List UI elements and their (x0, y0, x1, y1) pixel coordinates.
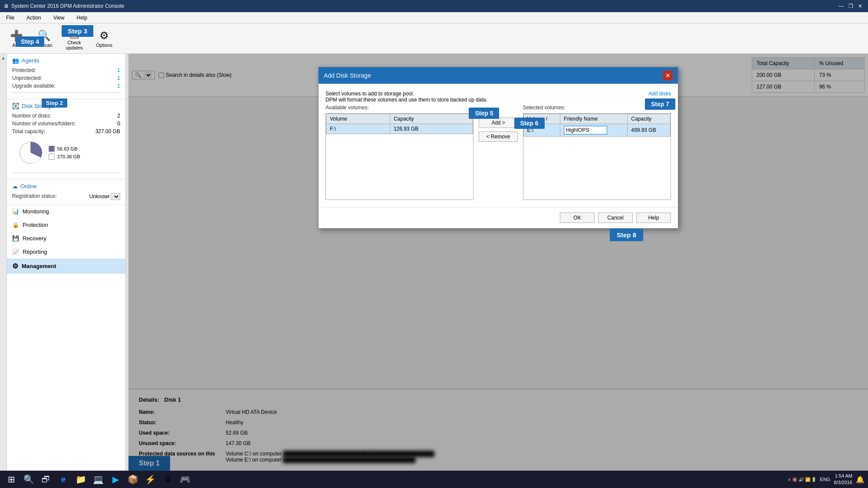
sidebar-item-monitoring[interactable]: 📊 Monitoring (7, 205, 125, 218)
task-view-button[interactable]: 🗗 (38, 472, 54, 487)
protected-value: 1 (117, 67, 120, 73)
unprotected-row: Unprotected: 1 (12, 74, 120, 82)
dialog-overlay: Add Disk Storage ✕ Select volumes to add… (128, 54, 868, 471)
legend-used-label: 56.63 GB (57, 146, 77, 151)
online-title[interactable]: ☁ Online (12, 183, 120, 190)
reporting-icon: 📈 (12, 249, 19, 255)
add-volume-button[interactable]: Add > (479, 118, 517, 128)
cancel-button[interactable]: Cancel (598, 213, 633, 223)
sidebar-item-protection[interactable]: 🔒 Protection (7, 218, 125, 232)
agents-section: 👥 Agents Protected: 1 Unprotected: 1 Upg… (7, 54, 125, 99)
start-button[interactable]: ⊞ (3, 472, 19, 487)
agents-label: Agents (22, 57, 39, 64)
add-disk-storage-dialog: Add Disk Storage ✕ Select volumes to add… (318, 67, 678, 229)
sidebar-item-recovery[interactable]: 💾 Recovery (7, 232, 125, 245)
online-label: Online (20, 183, 37, 190)
check-updates-label: Check updates (59, 40, 89, 50)
menu-view[interactable]: View (51, 14, 67, 22)
add-disks-link[interactable]: Add disks (648, 91, 671, 97)
app2-button[interactable]: ⚡ (142, 472, 158, 487)
selected-volumes-panel: Selected volumes: Volume / Friendly Name… (523, 105, 671, 200)
reg-status-label: Registration status: (12, 193, 57, 200)
legend-free-box (49, 154, 55, 160)
sel-friendly (560, 124, 628, 137)
selected-volumes-list: Volume / Friendly Name Capacity E:\ (523, 113, 671, 200)
taskbar-right: ∧ 🔇 🔊 📶 🔋 ENG 1:54 AM 8/3/2016 🔔 (788, 473, 865, 486)
sidebar-nav: 📊 Monitoring 🔒 Protection 💾 Recovery 📈 R… (7, 205, 125, 274)
num-volumes-row: Number of volumes/folders: 0 (12, 120, 120, 128)
reg-status-dropdown[interactable] (111, 193, 120, 200)
total-capacity-label: Total capacity: (12, 128, 45, 134)
app-title: System Center 2016 DPM Administrator Con… (11, 3, 124, 9)
online-icon: ☁ (12, 183, 18, 190)
app1-button[interactable]: 📦 (125, 472, 141, 487)
app3-button[interactable]: 🖥 (160, 472, 175, 487)
disk-storage-icon: 💽 (12, 103, 19, 109)
legend-used-box (49, 146, 55, 152)
dialog-close-button[interactable]: ✕ (663, 71, 673, 80)
available-table-row[interactable]: F:\ 126.93 GB (326, 124, 473, 134)
management-label: Management (22, 263, 56, 269)
legend-free: 270.36 GB (49, 154, 80, 160)
dialog-desc1: Select volumes to add to storage pool. (326, 91, 487, 97)
title-bar-controls: — ❐ ✕ (837, 2, 865, 10)
sel-cap-header: Capacity (628, 114, 671, 124)
volumes-area: Available volumes: Volume Capacity (326, 105, 671, 200)
dialog-desc2: DPM will format these volumes and use th… (326, 97, 487, 103)
avail-vol-header: Volume (326, 114, 390, 124)
selected-table-row[interactable]: E:\ 499.93 GB (523, 124, 670, 137)
options-button[interactable]: ⚙ Options (91, 26, 117, 52)
dialog-body: Select volumes to add to storage pool. D… (319, 84, 678, 207)
ie-button[interactable]: e (56, 472, 71, 487)
pie-legend: 56.63 GB 270.36 GB (49, 146, 80, 160)
num-disks-value: 2 (117, 113, 120, 119)
close-button[interactable]: ✕ (856, 2, 865, 10)
num-disks-row: Number of disks: 2 (12, 112, 120, 120)
agents-title[interactable]: 👥 Agents (12, 57, 120, 64)
dialog-description: Select volumes to add to storage pool. D… (326, 91, 487, 103)
date-display: 8/3/2016 (834, 479, 852, 486)
notifications-button[interactable]: 🔔 (856, 475, 865, 484)
ps-button[interactable]: ▶ (108, 472, 123, 487)
app4-button[interactable]: 🎮 (177, 472, 193, 487)
maximize-button[interactable]: ❐ (846, 2, 855, 10)
unprotected-value: 1 (117, 75, 120, 81)
options-icon: ⚙ (99, 29, 109, 42)
computer-button[interactable]: 💻 (90, 472, 106, 487)
recovery-icon: 💾 (12, 235, 19, 242)
sidebar-item-management[interactable]: ⚙ Management (7, 259, 125, 274)
pie-chart (17, 140, 43, 166)
remove-volume-button[interactable]: < Remove (479, 131, 517, 142)
step3-badge: Step 3 (62, 25, 93, 37)
ok-button[interactable]: OK (560, 213, 595, 223)
menu-help[interactable]: Help (74, 14, 90, 22)
minimize-button[interactable]: — (837, 2, 845, 10)
help-button[interactable]: Help (636, 213, 671, 223)
step5-badge: Step 5 (469, 108, 499, 119)
menu-file[interactable]: File (3, 14, 17, 22)
dialog-title-bar: Add Disk Storage ✕ (319, 67, 678, 84)
content-area: 🔍 Search in details also (Slow) Total Ca… (128, 54, 868, 471)
total-capacity-value: 327.00 GB (95, 128, 120, 134)
taskbar-left: ⊞ 🔍 🗗 e 📁 💻 ▶ 📦 ⚡ 🖥 🎮 (3, 472, 193, 487)
search-taskbar-button[interactable]: 🔍 (21, 472, 36, 487)
num-volumes-label: Number of volumes/folders: (12, 121, 76, 127)
step7-badge: Step 7 (645, 98, 675, 110)
sel-capacity: 499.93 GB (628, 124, 671, 137)
sidebar-item-reporting[interactable]: 📈 Reporting (7, 245, 125, 259)
explorer-button[interactable]: 📁 (73, 472, 89, 487)
friendly-name-input[interactable] (564, 126, 607, 134)
monitoring-icon: 📊 (12, 208, 19, 215)
avail-volume: F:\ (326, 124, 390, 134)
toolbar: ➕ Add 🔍 Rescan 📋 Check updates ⚙ Options… (0, 23, 868, 54)
disk-storage-section: 💽 Disk Storage Step 2 Number of disks: 2… (7, 99, 125, 180)
menu-action[interactable]: Action (24, 14, 43, 22)
scroll-handle[interactable]: ▲ (0, 54, 7, 471)
dialog-footer: OK Cancel Help Step 8 (319, 207, 678, 228)
language-indicator: ENG (820, 477, 830, 482)
system-tray-icons: ∧ 🔇 🔊 📶 🔋 (788, 477, 816, 482)
legend-used: 56.63 GB (49, 146, 80, 152)
step6-badge: Step 6 (514, 118, 545, 129)
available-volumes-title: Available volumes: (326, 105, 473, 111)
recovery-label: Recovery (23, 235, 46, 242)
